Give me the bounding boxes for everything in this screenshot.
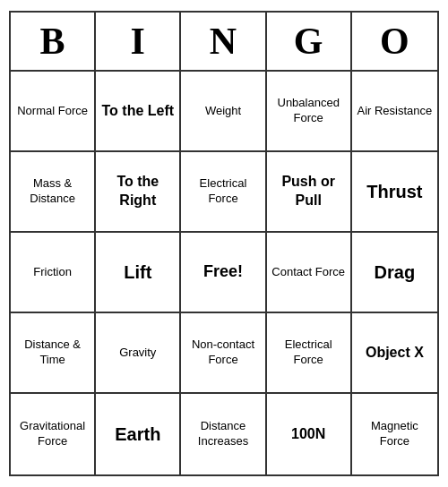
bingo-cell: Non-contact Force — [181, 313, 266, 394]
bingo-cell: Normal Force — [11, 72, 96, 152]
bingo-cell: Friction — [11, 233, 96, 313]
bingo-cell: Weight — [181, 72, 266, 152]
bingo-cell: Electrical Force — [267, 313, 352, 394]
bingo-cell: To the Right — [96, 152, 181, 233]
bingo-cell: Air Resistance — [352, 72, 437, 152]
bingo-cell: To the Left — [96, 72, 181, 152]
bingo-cell: Free! — [181, 233, 266, 313]
bingo-cell: Distance & Time — [11, 313, 96, 394]
bingo-cell: Thrust — [352, 152, 437, 233]
bingo-grid: Normal ForceTo the LeftWeightUnbalanced … — [11, 72, 437, 474]
bingo-cell: Drag — [352, 233, 437, 313]
bingo-cell: Push or Pull — [267, 152, 352, 233]
bingo-cell: Gravitational Force — [11, 394, 96, 474]
bingo-letter: G — [267, 13, 352, 70]
bingo-cell: Earth — [96, 394, 181, 474]
bingo-cell: Lift — [96, 233, 181, 313]
bingo-cell: Electrical Force — [181, 152, 266, 233]
bingo-cell: 100N — [267, 394, 352, 474]
bingo-letter: I — [96, 13, 181, 70]
bingo-header: BINGO — [11, 13, 437, 72]
bingo-cell: Object X — [352, 313, 437, 394]
bingo-cell: Gravity — [96, 313, 181, 394]
bingo-cell: Distance Increases — [181, 394, 266, 474]
bingo-cell: Mass & Distance — [11, 152, 96, 233]
bingo-letter: B — [11, 13, 96, 70]
bingo-card: BINGO Normal ForceTo the LeftWeightUnbal… — [9, 11, 439, 476]
bingo-cell: Magnetic Force — [352, 394, 437, 474]
bingo-cell: Contact Force — [267, 233, 352, 313]
bingo-cell: Unbalanced Force — [267, 72, 352, 152]
bingo-letter: O — [352, 13, 437, 70]
bingo-letter: N — [181, 13, 266, 70]
